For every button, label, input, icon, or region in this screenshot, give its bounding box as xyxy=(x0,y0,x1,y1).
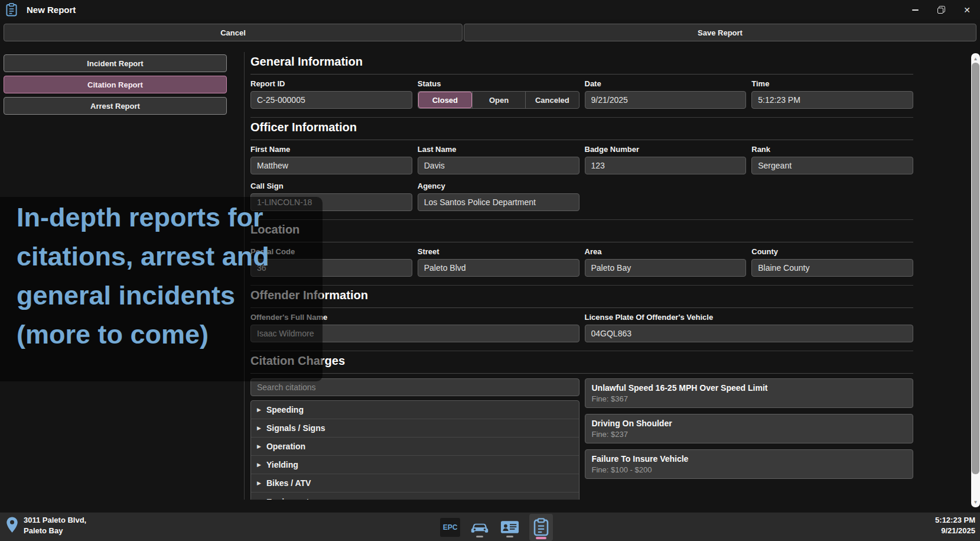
scroll-down-button[interactable]: ▼ xyxy=(971,498,980,506)
first-name-field: First Name xyxy=(250,145,412,174)
minimize-button[interactable] xyxy=(902,0,928,20)
license-plate-input[interactable] xyxy=(585,325,914,342)
running-indicator xyxy=(476,536,483,537)
id-card-app-button[interactable] xyxy=(499,517,520,538)
address-line-2: Paleto Bay xyxy=(24,526,86,536)
expand-arrow-icon: ▶ xyxy=(257,443,261,449)
current-location: 3011 Paleto Blvd, Paleto Bay xyxy=(6,515,86,536)
badge-number-field: Badge Number xyxy=(585,145,747,174)
first-name-input[interactable] xyxy=(250,157,412,174)
close-button[interactable]: ✕ xyxy=(954,0,980,20)
section-title: General Information xyxy=(250,52,913,74)
category-bikes-atv[interactable]: ▶ Bikes / ATV xyxy=(251,474,579,493)
field-label: Report ID xyxy=(250,79,412,88)
area-field: Area xyxy=(585,247,747,277)
promo-text-line: general incidents xyxy=(17,276,323,315)
section-officer-information: Officer Information First Name Last Name… xyxy=(250,117,913,219)
agency-field: Agency xyxy=(418,182,579,211)
expand-arrow-icon: ▶ xyxy=(257,407,261,413)
running-indicator xyxy=(506,536,513,537)
restore-icon xyxy=(937,6,945,14)
selected-charge-card[interactable]: Driving On Shoulder Fine: $237 xyxy=(585,414,914,443)
agency-input[interactable] xyxy=(418,193,579,211)
selected-charge-card[interactable]: Failure To Insure Vehicle Fine: $100 - $… xyxy=(585,449,914,479)
scrollbar-thumb[interactable] xyxy=(972,63,979,474)
field-label: Area xyxy=(585,247,747,256)
location-pin-icon xyxy=(6,516,18,536)
section-title: Officer Information xyxy=(250,118,913,140)
badge-number-input[interactable] xyxy=(585,157,747,174)
promo-text-line: In-depth reports for xyxy=(17,198,323,237)
vehicle-app-button[interactable] xyxy=(469,517,490,538)
category-yielding[interactable]: ▶ Yielding xyxy=(251,456,579,474)
active-indicator xyxy=(536,537,546,539)
statusbar-time: 5:12:23 PM xyxy=(935,515,975,526)
charge-picker: ▶ Speeding ▶ Signals / Signs ▶ Operation… xyxy=(250,378,579,500)
window-title: New Report xyxy=(27,5,76,15)
section-title: Location xyxy=(250,220,913,242)
clipboard-app-icon xyxy=(6,3,17,17)
category-speeding[interactable]: ▶ Speeding xyxy=(251,401,579,419)
time-input[interactable] xyxy=(751,91,913,109)
address-line-1: 3011 Paleto Blvd, xyxy=(24,515,86,526)
last-name-field: Last Name xyxy=(418,145,579,174)
area-input[interactable] xyxy=(585,259,747,277)
statusbar-date: 9/21/2025 xyxy=(935,526,975,536)
section-offender-information: Offender Information Offender's Full Nam… xyxy=(250,285,913,351)
promo-text-line: citations, arrest and xyxy=(17,237,323,276)
field-label: Last Name xyxy=(418,145,579,154)
section-general-information: General Information Report ID Status Clo… xyxy=(250,52,913,117)
category-operation[interactable]: ▶ Operation xyxy=(251,438,579,456)
save-report-button[interactable]: Save Report xyxy=(464,24,976,41)
close-icon: ✕ xyxy=(963,6,971,14)
epc-app-button[interactable]: EPC xyxy=(440,518,460,537)
last-name-input[interactable] xyxy=(418,157,579,174)
field-label: Badge Number xyxy=(585,145,747,154)
field-label: Call Sign xyxy=(250,182,412,190)
field-label: Time xyxy=(751,79,913,88)
charge-category-list: ▶ Speeding ▶ Signals / Signs ▶ Operation… xyxy=(250,400,579,500)
license-plate-field: License Plate Of Offender's Vehicle xyxy=(585,313,914,342)
id-card-icon xyxy=(500,520,519,534)
field-label: Date xyxy=(585,79,747,88)
street-field: Street xyxy=(418,247,579,277)
date-input[interactable] xyxy=(585,91,747,109)
status-option-open[interactable]: Open xyxy=(472,92,525,108)
category-signals-signs[interactable]: ▶ Signals / Signs xyxy=(251,419,579,438)
car-icon xyxy=(470,521,489,534)
street-input[interactable] xyxy=(418,259,579,277)
category-equipment[interactable]: ▶ Equipment xyxy=(251,493,579,500)
status-option-canceled[interactable]: Canceled xyxy=(525,92,578,108)
sidebar-item-citation-report[interactable]: Citation Report xyxy=(4,76,227,93)
scroll-up-button[interactable]: ▲ xyxy=(971,54,980,63)
selected-charge-card[interactable]: Unlawful Speed 16-25 MPH Over Speed Limi… xyxy=(585,378,914,408)
scroll-down-icon: ▼ xyxy=(974,500,978,505)
field-label: Status xyxy=(418,79,579,88)
clock: 5:12:23 PM 9/21/2025 xyxy=(935,515,975,536)
taskbar: 3011 Paleto Blvd, Paleto Bay EPC xyxy=(0,512,980,541)
report-form: General Information Report ID Status Clo… xyxy=(250,52,913,500)
promo-text-line: (more to come) xyxy=(17,315,323,354)
field-label: Rank xyxy=(751,145,913,154)
sidebar-item-incident-report[interactable]: Incident Report xyxy=(4,54,227,72)
section-location: Location Postal Code Street Area County xyxy=(250,219,913,285)
field-label: First Name xyxy=(250,145,412,154)
form-scrollbar[interactable]: ▲ ▼ xyxy=(971,53,980,507)
maximize-button[interactable] xyxy=(928,0,954,20)
expand-arrow-icon: ▶ xyxy=(257,425,261,431)
county-input[interactable] xyxy=(751,259,913,277)
sidebar-item-arrest-report[interactable]: Arrest Report xyxy=(4,97,227,115)
cancel-button[interactable]: Cancel xyxy=(4,24,463,41)
expand-arrow-icon: ▶ xyxy=(257,499,261,500)
section-citation-charges: Citation Charges ▶ Speeding ▶ Signals / … xyxy=(250,351,913,500)
status-option-closed[interactable]: Closed xyxy=(418,92,472,108)
report-app-button[interactable] xyxy=(529,514,553,541)
expand-arrow-icon: ▶ xyxy=(257,480,261,486)
clipboard-icon xyxy=(533,518,549,536)
minimize-icon xyxy=(912,9,919,11)
county-field: County xyxy=(751,247,913,277)
taskbar-apps: EPC xyxy=(440,513,553,541)
selected-charges-list: Unlawful Speed 16-25 MPH Over Speed Limi… xyxy=(585,378,914,479)
report-id-input[interactable] xyxy=(250,91,412,109)
rank-input[interactable] xyxy=(751,157,913,174)
